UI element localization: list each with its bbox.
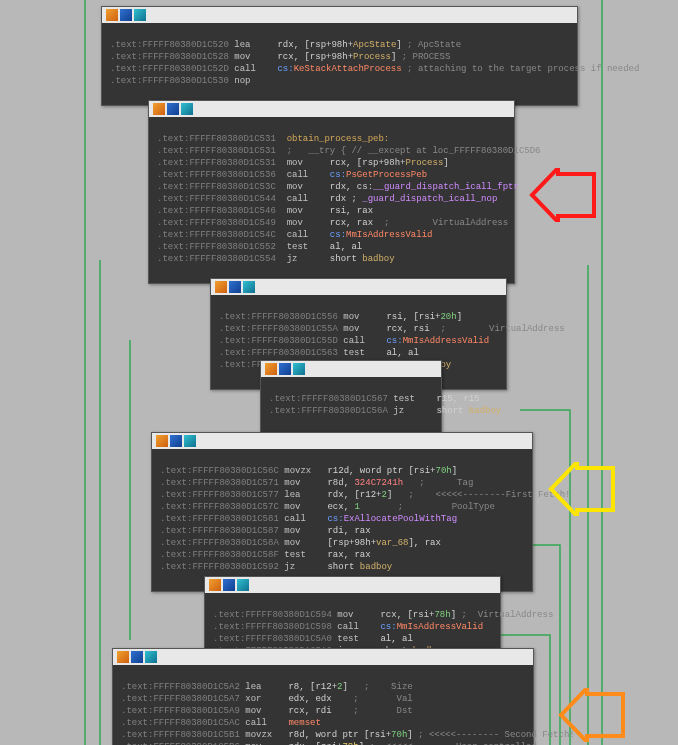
graph-icon — [229, 281, 241, 293]
annotation-arrow-orange — [555, 688, 625, 742]
color-icon — [106, 9, 118, 21]
svg-marker-12 — [532, 168, 594, 222]
list-icon — [293, 363, 305, 375]
color-icon — [153, 103, 165, 115]
svg-marker-13 — [551, 462, 613, 516]
color-icon — [209, 579, 221, 591]
graph-icon — [167, 103, 179, 115]
graph-icon — [120, 9, 132, 21]
block-toolbar — [205, 577, 500, 593]
block-toolbar — [261, 361, 441, 377]
basic-block-7[interactable]: .text:FFFFF80380D1C5A2 lea r8, [r12+2] ;… — [112, 648, 534, 745]
color-icon — [156, 435, 168, 447]
annotation-arrow-yellow — [545, 462, 615, 516]
list-icon — [184, 435, 196, 447]
list-icon — [145, 651, 157, 663]
disasm-body: .text:FFFFF80380D1C5A2 lea r8, [r12+2] ;… — [113, 665, 533, 745]
block-toolbar — [113, 649, 533, 665]
disasm-body: .text:FFFFF80380D1C531 obtain_process_pe… — [149, 117, 514, 283]
graph-icon — [170, 435, 182, 447]
block-toolbar — [211, 279, 506, 295]
list-icon — [237, 579, 249, 591]
color-icon — [265, 363, 277, 375]
disasm-body: .text:FFFFF80380D1C56C movzx r12d, word … — [152, 449, 532, 591]
annotation-arrow-red — [526, 168, 596, 222]
basic-block-4[interactable]: .text:FFFFF80380D1C567 test r15, r15 .te… — [260, 360, 442, 436]
svg-marker-14 — [561, 688, 623, 742]
graph-icon — [279, 363, 291, 375]
graph-icon — [131, 651, 143, 663]
disasm-body: .text:FFFFF80380D1C567 test r15, r15 .te… — [261, 377, 441, 435]
graph-icon — [223, 579, 235, 591]
block-toolbar — [149, 101, 514, 117]
list-icon — [243, 281, 255, 293]
list-icon — [181, 103, 193, 115]
color-icon — [117, 651, 129, 663]
block-toolbar — [102, 7, 577, 23]
list-icon — [134, 9, 146, 21]
basic-block-2[interactable]: .text:FFFFF80380D1C531 obtain_process_pe… — [148, 100, 515, 284]
basic-block-1[interactable]: .text:FFFFF80380D1C520 lea rdx, [rsp+98h… — [101, 6, 578, 106]
block-toolbar — [152, 433, 532, 449]
basic-block-5[interactable]: .text:FFFFF80380D1C56C movzx r12d, word … — [151, 432, 533, 592]
disasm-body: .text:FFFFF80380D1C520 lea rdx, [rsp+98h… — [102, 23, 577, 105]
color-icon — [215, 281, 227, 293]
